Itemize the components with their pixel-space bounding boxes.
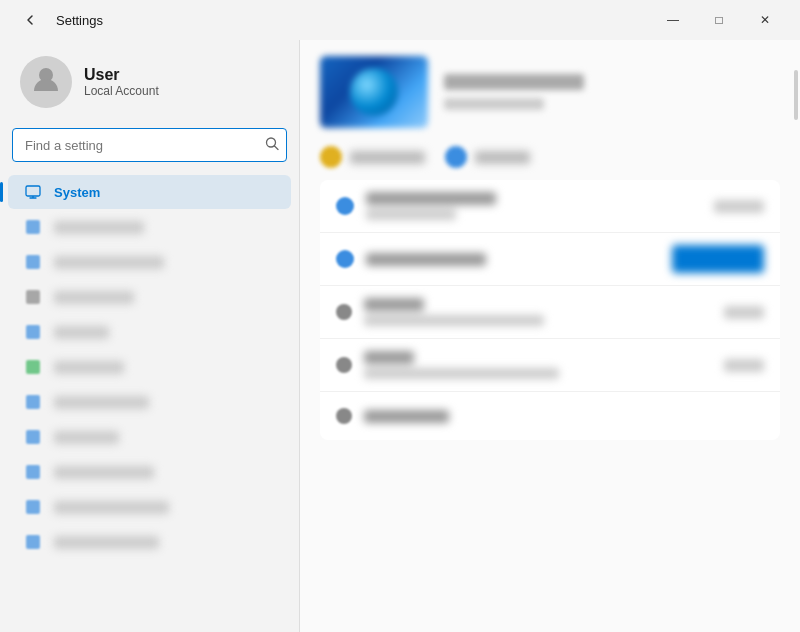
- scrollbar-thumb[interactable]: [794, 70, 798, 120]
- network-icon: [24, 253, 42, 271]
- info-row-1-left: [336, 192, 496, 220]
- settings-window: Settings — □ ✕ Use: [0, 0, 800, 632]
- time-icon: [24, 393, 42, 411]
- main-content: User Local Account: [0, 40, 800, 632]
- search-input[interactable]: [12, 128, 287, 162]
- row-dot-5: [336, 408, 352, 424]
- sidebar-item-bluetooth-label: [54, 221, 144, 234]
- sidebar-item-gaming[interactable]: [8, 420, 291, 454]
- info-row-4-left: [336, 351, 559, 379]
- info-row-5[interactable]: [320, 392, 780, 440]
- user-info: User Local Account: [84, 66, 159, 98]
- sidebar-item-accessibility-label: [54, 466, 154, 479]
- sidebar-item-apps[interactable]: [8, 315, 291, 349]
- system-header: [320, 56, 780, 128]
- right-panel: [300, 40, 800, 632]
- scrollbar-track[interactable]: [794, 40, 798, 632]
- sidebar-item-time[interactable]: [8, 385, 291, 419]
- svg-rect-3: [26, 186, 40, 196]
- avatar-icon: [30, 63, 62, 102]
- accounts-icon: [24, 358, 42, 376]
- avatar: [20, 56, 72, 108]
- row-dot-4: [336, 357, 352, 373]
- row-dot-3: [336, 304, 352, 320]
- apps-icon: [24, 323, 42, 341]
- title-bar-left: Settings: [16, 6, 103, 34]
- info-row-2[interactable]: [320, 233, 780, 286]
- info-row-4[interactable]: [320, 339, 780, 392]
- sidebar-item-personalization-label: [54, 291, 134, 304]
- chips-row: [320, 146, 780, 168]
- sidebar-item-privacy-label: [54, 501, 169, 514]
- window-controls: — □ ✕: [650, 4, 788, 36]
- sidebar-item-network[interactable]: [8, 245, 291, 279]
- row-label-5: [364, 410, 449, 423]
- user-account-type: Local Account: [84, 84, 159, 98]
- sidebar-item-system-label: System: [54, 185, 100, 200]
- sidebar-item-accessibility[interactable]: [8, 455, 291, 489]
- update-icon: [24, 533, 42, 551]
- gaming-icon: [24, 428, 42, 446]
- sidebar-item-privacy[interactable]: [8, 490, 291, 524]
- info-row-5-left: [336, 408, 449, 424]
- sidebar-item-update[interactable]: [8, 525, 291, 559]
- search-bar: [12, 128, 287, 162]
- row-value-4: [724, 359, 764, 372]
- row-label-3: [364, 298, 544, 326]
- sidebar-item-time-label: [54, 396, 149, 409]
- privacy-icon: [24, 498, 42, 516]
- row-button-1[interactable]: [672, 245, 764, 273]
- info-row-2-left: [336, 250, 486, 268]
- sidebar-item-system[interactable]: System: [8, 175, 291, 209]
- system-info-card: [320, 180, 780, 440]
- title-bar: Settings — □ ✕: [0, 0, 800, 40]
- row-label-2: [366, 253, 486, 266]
- sidebar-item-accounts[interactable]: [8, 350, 291, 384]
- info-row-3[interactable]: [320, 286, 780, 339]
- row-dot-1: [336, 197, 354, 215]
- row-label-4: [364, 351, 559, 379]
- row-dot-2: [336, 250, 354, 268]
- window-title: Settings: [56, 13, 103, 28]
- maximize-button[interactable]: □: [696, 4, 742, 36]
- personalization-icon: [24, 288, 42, 306]
- sidebar-item-update-label: [54, 536, 159, 549]
- system-icon: [24, 183, 42, 201]
- close-button[interactable]: ✕: [742, 4, 788, 36]
- bluetooth-icon: [24, 218, 42, 236]
- sidebar-item-personalization[interactable]: [8, 280, 291, 314]
- back-button[interactable]: [16, 6, 44, 34]
- sidebar-item-network-label: [54, 256, 164, 269]
- sidebar: User Local Account: [0, 40, 300, 632]
- sidebar-item-apps-label: [54, 326, 109, 339]
- sidebar-item-gaming-label: [54, 431, 119, 444]
- nav-section: System: [0, 170, 299, 632]
- row-value-1: [714, 200, 764, 213]
- row-label-1: [366, 192, 496, 220]
- sidebar-item-bluetooth[interactable]: [8, 210, 291, 244]
- sidebar-item-accounts-label: [54, 361, 124, 374]
- user-name: User: [84, 66, 159, 84]
- system-thumbnail: [320, 56, 428, 128]
- minimize-button[interactable]: —: [650, 4, 696, 36]
- info-row-3-left: [336, 298, 544, 326]
- user-profile: User Local Account: [0, 40, 299, 128]
- accessibility-icon: [24, 463, 42, 481]
- info-row-1[interactable]: [320, 180, 780, 233]
- row-value-3: [724, 306, 764, 319]
